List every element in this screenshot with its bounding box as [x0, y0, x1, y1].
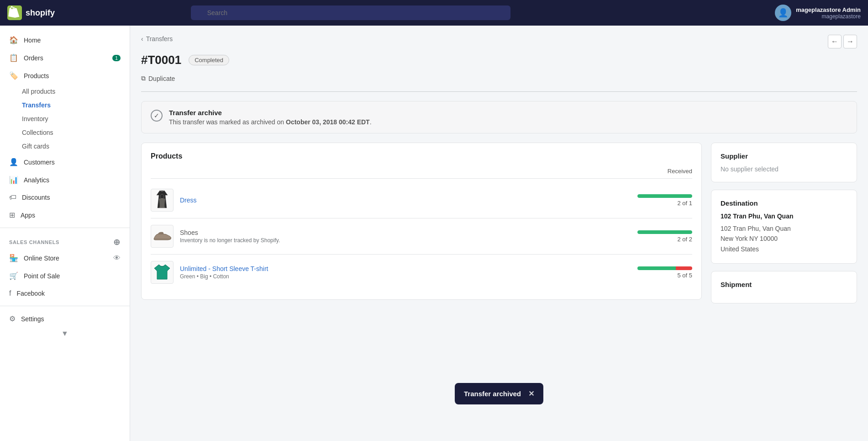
- prev-arrow-button[interactable]: ←: [828, 35, 842, 48]
- table-row: Shoes Inventory is no longer tracked by …: [151, 218, 692, 255]
- progress-bar-shoes: [637, 230, 692, 234]
- apps-label: Apps: [21, 212, 35, 219]
- sidebar-item-products[interactable]: 🏷️ Products: [0, 67, 130, 85]
- products-header: Received: [151, 168, 692, 179]
- progress-fill-shoes: [637, 230, 692, 234]
- destination-title: Destination: [721, 199, 847, 207]
- pos-label: Point of Sale: [24, 272, 60, 280]
- discounts-icon: 🏷: [9, 193, 16, 202]
- logo[interactable]: shopify: [7, 5, 55, 20]
- user-menu[interactable]: 👤 mageplazastore Admin mageplazastore: [775, 5, 861, 21]
- progress-green-tshirt: [637, 266, 676, 270]
- customers-icon: 👤: [9, 158, 18, 166]
- product-received-tshirt: 5 of 5: [628, 266, 692, 279]
- product-name-tshirt[interactable]: Unlimited - Short Sleeve T-shirt: [180, 265, 622, 272]
- product-sub-shoes: Inventory is no longer tracked by Shopif…: [180, 237, 622, 244]
- sidebar-item-online-store[interactable]: 🏪 Online Store 👁: [0, 249, 130, 267]
- product-name-shoes: Shoes: [180, 229, 622, 236]
- progress-bar-dress: [637, 194, 692, 198]
- destination-addr-line3: United States: [721, 244, 847, 254]
- sidebar-item-transfers[interactable]: Transfers: [0, 98, 130, 112]
- facebook-label: Facebook: [16, 290, 44, 297]
- avatar: 👤: [775, 5, 791, 21]
- archive-desc-suffix: .: [370, 118, 372, 126]
- products-icon: 🏷️: [9, 71, 18, 80]
- sidebar-item-orders-label: Orders: [24, 54, 43, 62]
- status-badge: Completed: [189, 55, 229, 65]
- nav-arrows: ← →: [828, 35, 857, 48]
- search-input[interactable]: [191, 5, 510, 20]
- user-info: mageplazastore Admin mageplazastore: [796, 6, 861, 20]
- sidebar-item-analytics[interactable]: 📊 Analytics: [0, 171, 130, 189]
- archive-notice-content: Transfer archive This transfer was marke…: [169, 109, 372, 126]
- topnav: shopify 🔍 👤 mageplazastore Admin magepla…: [0, 0, 868, 26]
- sidebar-item-all-products[interactable]: All products: [0, 85, 130, 98]
- sidebar-item-gift-cards[interactable]: Gift cards: [0, 139, 130, 153]
- dress-thumbnail: [153, 190, 171, 211]
- destination-address: 102 Tran Phu, Van Quan New York NY 10000…: [721, 223, 847, 254]
- destination-name: 102 Tran Phu, Van Quan: [721, 213, 847, 220]
- sidebar-item-collections[interactable]: Collections: [0, 126, 130, 139]
- sidebar-item-discounts[interactable]: 🏷 Discounts: [0, 189, 130, 206]
- shoes-thumbnail: [152, 230, 173, 243]
- progress-count-tshirt: 5 of 5: [628, 272, 692, 279]
- sales-channels-label: SALES CHANNELS ⊕: [0, 232, 130, 249]
- home-icon: 🏠: [9, 36, 18, 44]
- orders-icon: 📋: [9, 53, 18, 62]
- archive-title: Transfer archive: [169, 109, 372, 117]
- products-card-title: Products: [151, 152, 692, 160]
- logo-text: shopify: [26, 8, 55, 18]
- eye-icon[interactable]: 👁: [113, 254, 121, 262]
- breadcrumb-label: Transfers: [146, 35, 173, 43]
- destination-card: Destination 102 Tran Phu, Van Quan 102 T…: [711, 190, 857, 264]
- page-header: #T0001 Completed: [141, 53, 857, 67]
- orders-badge: 1: [112, 55, 121, 61]
- sidebar: 🏠 Home 📋 Orders 1 🏷️ Products All produc…: [0, 26, 130, 441]
- product-image-shoes: [151, 225, 174, 248]
- archive-notice: ✓ Transfer archive This transfer was mar…: [141, 101, 857, 133]
- toast-notification: Transfer archived ✕: [455, 383, 543, 404]
- progress-fill-dress: [637, 194, 692, 198]
- section-divider: [141, 91, 857, 92]
- online-store-icon: 🏪: [9, 254, 18, 262]
- sidebar-item-settings[interactable]: ⚙ Settings: [0, 310, 130, 328]
- analytics-icon: 📊: [9, 175, 18, 184]
- tshirt-thumbnail: [153, 263, 172, 282]
- product-image-tshirt: [151, 261, 174, 284]
- all-products-label: All products: [22, 88, 55, 95]
- sidebar-item-facebook[interactable]: f Facebook: [0, 285, 130, 302]
- user-name: mageplazastore Admin: [796, 6, 861, 13]
- sidebar-item-orders[interactable]: 📋 Orders 1: [0, 49, 130, 67]
- inventory-label: Inventory: [22, 115, 48, 122]
- content-grid: Products Received: [141, 143, 857, 303]
- side-panel: Supplier No supplier selected Destinatio…: [711, 143, 857, 303]
- product-info-tshirt: Unlimited - Short Sleeve T-shirt Green •…: [180, 265, 622, 280]
- sidebar-item-customers[interactable]: 👤 Customers: [0, 153, 130, 171]
- archive-date: October 03, 2018 00:42 EDT: [286, 118, 370, 126]
- user-store: mageplazastore: [796, 13, 861, 20]
- next-arrow-button[interactable]: →: [843, 35, 857, 48]
- apps-icon: ⊞: [9, 211, 15, 219]
- product-info-dress: Dress: [180, 197, 622, 204]
- sidebar-item-apps[interactable]: ⊞ Apps: [0, 206, 130, 224]
- sidebar-item-inventory[interactable]: Inventory: [0, 112, 130, 126]
- settings-icon: ⚙: [9, 314, 16, 323]
- sidebar-item-home-label: Home: [24, 37, 41, 44]
- product-sub-tshirt: Green • Big • Cotton: [180, 273, 622, 280]
- duplicate-button[interactable]: ⧉ Duplicate: [141, 73, 175, 84]
- scroll-indicator: ▼: [0, 328, 130, 340]
- archive-desc-prefix: This transfer was marked as archived on: [169, 118, 286, 126]
- toast-close-button[interactable]: ✕: [528, 389, 534, 398]
- table-row: Unlimited - Short Sleeve T-shirt Green •…: [151, 255, 692, 290]
- products-card: Products Received: [141, 143, 702, 300]
- product-name-dress[interactable]: Dress: [180, 197, 622, 204]
- customers-label: Customers: [24, 159, 55, 166]
- breadcrumb[interactable]: ‹ Transfers: [141, 35, 173, 43]
- progress-red-tshirt: [676, 266, 692, 270]
- sidebar-item-home[interactable]: 🏠 Home: [0, 31, 130, 49]
- add-sales-channel-icon[interactable]: ⊕: [113, 237, 121, 247]
- search-area: 🔍: [191, 5, 510, 20]
- sidebar-item-products-label: Products: [24, 72, 49, 80]
- table-row: Dress 2 of 1: [151, 182, 692, 218]
- sidebar-item-point-of-sale[interactable]: 🛒 Point of Sale: [0, 267, 130, 285]
